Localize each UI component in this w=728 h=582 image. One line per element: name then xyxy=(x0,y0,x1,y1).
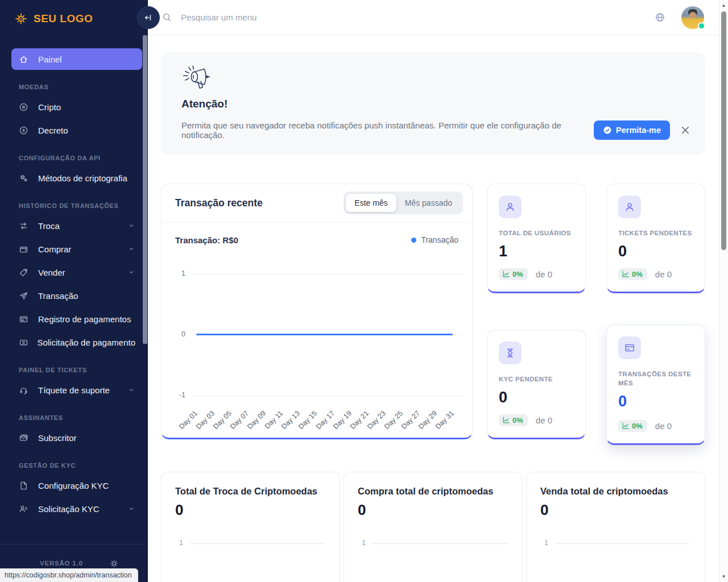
search-icon xyxy=(162,12,172,23)
mini-chart-card-exchange: Total de Troca de Criptomoedas 0 1 xyxy=(161,472,340,582)
sidebar-item-label: Vender xyxy=(38,268,127,277)
sidebar-item-label: Tíquete de suporte xyxy=(38,385,127,395)
sidebar-item-label: Comprar xyxy=(38,244,127,254)
globe-icon[interactable] xyxy=(655,12,665,23)
collapse-sidebar-button[interactable] xyxy=(137,6,160,29)
online-status-dot xyxy=(698,22,705,30)
search-input[interactable] xyxy=(180,12,655,23)
sidebar-item-tiquete-de-suporte[interactable]: Tíquete de suporte xyxy=(11,379,142,401)
trend-chart-icon xyxy=(502,416,510,424)
mini-card-title: Total de Troca de Criptomoedas xyxy=(175,486,326,497)
sidebar-section-label: GESTÃO DE KYC xyxy=(19,462,136,469)
close-icon[interactable] xyxy=(680,125,690,135)
svg-text:B: B xyxy=(22,105,26,110)
gridline xyxy=(190,543,325,544)
sidebar-item-label: Decreto xyxy=(38,126,135,135)
stat-suffix: de 0 xyxy=(536,269,552,279)
sidebar-item-decreto[interactable]: $Decreto xyxy=(11,119,142,141)
chevron-down-icon xyxy=(127,505,135,513)
mini-chart-card-buy: Compra total de criptomoedas 0 1 xyxy=(344,472,523,582)
logo: SEU LOGO xyxy=(0,0,148,28)
logo-icon xyxy=(14,11,28,26)
gridline xyxy=(193,396,463,396)
sidebar-item-vender[interactable]: Vender xyxy=(11,261,142,283)
mini-card-title: Compra total de criptomoedas xyxy=(358,486,508,497)
gridline xyxy=(193,274,463,275)
sidebar-item-painel[interactable]: Painel xyxy=(11,48,142,70)
sidebar: SEU LOGO PainelMOEDASBCripto$DecretoCONF… xyxy=(0,0,148,582)
sidebar-item-label: Solicitação de pagamento xyxy=(37,338,135,347)
bottom-cards-row: Total de Troca de Criptomoedas 0 1 Compr… xyxy=(161,472,705,582)
banner-message: Permita que seu navegador receba notific… xyxy=(181,120,594,140)
sidebar-item-configuracao-kyc[interactable]: Configuração KYC xyxy=(11,475,142,496)
sidebar-item-registro-de-pagamentos[interactable]: Registro de pagamentos xyxy=(11,308,142,330)
user-list-icon xyxy=(19,504,38,514)
document-icon xyxy=(19,481,38,490)
y-axis-tick: 1 xyxy=(169,539,183,547)
bitcoin-icon: B xyxy=(19,102,38,112)
sidebar-item-label: Troca xyxy=(38,221,127,231)
stat-label: TRANSAÇÕES DESTE MÊS xyxy=(618,369,693,388)
stat-value: 0 xyxy=(618,243,693,260)
sidebar-section-label: CONFIGURAÇÃO DA API xyxy=(19,155,136,161)
mail-icon xyxy=(19,433,38,443)
scrollbar-down-arrow[interactable]: ▼ xyxy=(719,574,728,579)
swap-icon xyxy=(19,221,38,231)
stat-card: KYC PENDENTE 0 0% de 0 xyxy=(487,330,586,439)
percent-badge: 0% xyxy=(499,414,528,426)
home-icon xyxy=(19,55,38,64)
gridline xyxy=(555,543,690,544)
payment-request-icon xyxy=(19,338,37,347)
sidebar-item-label: Painel xyxy=(38,55,135,64)
stat-suffix: de 0 xyxy=(655,269,672,279)
sidebar-item-solicitacao-kyc[interactable]: Solicitação KYC xyxy=(11,498,142,519)
tag-icon xyxy=(19,268,38,277)
headset-icon xyxy=(19,385,38,395)
y-axis-tick: 1 xyxy=(535,539,548,547)
trend-chart-icon xyxy=(622,270,630,278)
theme-sun-icon[interactable] xyxy=(109,559,119,568)
sidebar-item-troca[interactable]: Troca xyxy=(11,215,142,236)
sidebar-item-transacao[interactable]: Transação xyxy=(11,285,142,306)
scrollbar-thumb[interactable] xyxy=(721,11,726,250)
sidebar-item-label: Configuração KYC xyxy=(38,481,135,490)
transaction-chart-plot: 10-1Day 01Day 03Day 05Day 07Day 09Day 11… xyxy=(162,184,472,438)
sidebar-section-label: ASSINANTES xyxy=(19,414,136,421)
check-circle-icon xyxy=(603,126,612,135)
stat-suffix: de 0 xyxy=(655,421,672,431)
stat-card: TOTAL DE USUÁRIOS 1 0% de 0 xyxy=(487,184,586,293)
allow-notifications-button[interactable]: Permita-me xyxy=(594,120,670,140)
sidebar-item-label: Solicitação KYC xyxy=(38,504,127,514)
sidebar-item-cripto[interactable]: BCripto xyxy=(11,96,142,118)
banner-title: Atenção! xyxy=(181,98,690,110)
content: Atenção! Permita que seu navegador receb… xyxy=(148,35,719,582)
percent-badge: 0% xyxy=(618,420,647,432)
sidebar-item-label: Subscritor xyxy=(38,433,135,443)
version-label: VERSÃO 1.0 xyxy=(40,560,83,567)
hourglass-icon xyxy=(499,342,522,364)
mini-card-title: Venda total de criptomoedas xyxy=(540,486,691,497)
stat-value[interactable]: 0 xyxy=(618,393,693,410)
y-axis-tick: 1 xyxy=(163,269,185,277)
stat-label: TOTAL DE USUÁRIOS xyxy=(499,228,574,238)
stat-label: TICKETS PENDENTES xyxy=(618,228,693,238)
gears-icon xyxy=(19,173,38,183)
y-axis-tick: 0 xyxy=(163,330,185,338)
stat-value: 1 xyxy=(499,243,574,260)
avatar[interactable] xyxy=(681,6,704,29)
chevron-down-icon xyxy=(127,222,135,230)
series-line-transacao xyxy=(196,334,453,335)
stat-card: TICKETS PENDENTES 0 0% de 0 xyxy=(606,184,705,293)
sidebar-item-solicitacao-de-pagamento[interactable]: Solicitação de pagamento xyxy=(11,331,142,353)
scrollbar-up-arrow[interactable]: ▲ xyxy=(719,3,728,8)
sidebar-item-subscritor[interactable]: Subscritor xyxy=(11,427,142,448)
percent-badge: 0% xyxy=(618,268,647,280)
sidebar-section-label: MOEDAS xyxy=(19,84,136,90)
stat-value: 0 xyxy=(499,389,574,406)
sidebar-item-comprar[interactable]: Comprar xyxy=(11,238,142,260)
sidebar-scrollbar-thumb[interactable] xyxy=(143,35,147,344)
sidebar-item-metodos-de-criptografia[interactable]: Métodos de criptografia xyxy=(11,167,142,189)
sidebar-nav: PainelMOEDASBCripto$DecretoCONFIGURAÇÃO … xyxy=(0,48,148,519)
wallet-icon xyxy=(19,244,38,254)
y-axis-tick: 1 xyxy=(352,539,366,547)
